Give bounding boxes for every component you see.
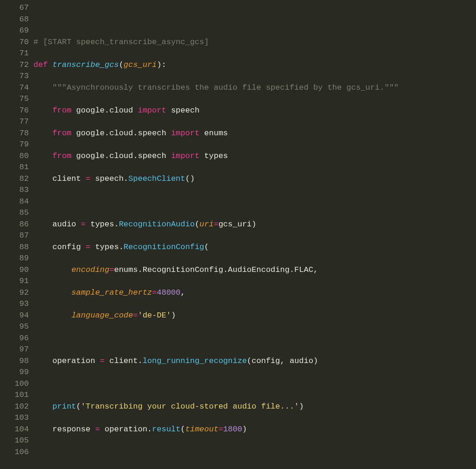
line-number: 98 (0, 356, 29, 367)
line-number: 79 (0, 139, 29, 151)
code-line: audio = types.RecognitionAudio(uri=gcs_u… (33, 219, 476, 231)
code-line (33, 378, 476, 390)
code-line: operation = client.long_running_recogniz… (33, 356, 476, 367)
line-number: 67 (0, 2, 29, 14)
line-number: 73 (0, 71, 29, 82)
line-number: 81 (0, 162, 29, 173)
line-number: 106 (0, 447, 29, 458)
code-line: from google.cloud.speech import types (33, 151, 476, 162)
line-number: 97 (0, 344, 29, 356)
line-number: 102 (0, 401, 29, 413)
line-number: 93 (0, 298, 29, 310)
code-line (33, 14, 476, 26)
code-line: from google.cloud.speech import enums (33, 128, 476, 139)
code-line (33, 333, 476, 344)
line-number: 99 (0, 367, 29, 378)
code-line: print('Transcribing your cloud-stored au… (33, 401, 476, 413)
line-number: 83 (0, 185, 29, 196)
code-line: """Asynchronously transcribes the audio … (33, 82, 476, 94)
line-number: 96 (0, 333, 29, 344)
line-number: 77 (0, 116, 29, 128)
line-number: 80 (0, 151, 29, 162)
code-line: # [START speech_transcribe_async_gcs] (33, 37, 476, 48)
line-number: 76 (0, 105, 29, 117)
code-line: client = speech.SpeechClient() (33, 173, 476, 185)
line-number: 103 (0, 412, 29, 424)
code-line: from google.cloud import speech (33, 105, 476, 117)
line-number: 105 (0, 435, 29, 447)
code-line: encoding=enums.RecognitionConfig.AudioEn… (33, 264, 476, 276)
code-line: response = operation.result(timeout=1800… (33, 424, 476, 436)
line-number: 94 (0, 310, 29, 322)
line-number: 78 (0, 128, 29, 139)
code-area[interactable]: # [START speech_transcribe_async_gcs] de… (33, 2, 476, 469)
line-number: 104 (0, 424, 29, 436)
line-number-gutter: 6768697071727374757677787980818283848586… (0, 2, 33, 469)
line-number: 74 (0, 82, 29, 94)
line-number: 86 (0, 219, 29, 231)
line-number: 68 (0, 14, 29, 26)
line-number: 100 (0, 378, 29, 390)
line-number: 70 (0, 37, 29, 48)
line-number: 92 (0, 287, 29, 299)
code-line: def transcribe_gcs(gcs_uri): (33, 59, 476, 71)
line-number: 88 (0, 242, 29, 253)
line-number: 91 (0, 276, 29, 287)
line-number: 101 (0, 390, 29, 401)
line-number: 89 (0, 253, 29, 264)
line-number: 85 (0, 207, 29, 219)
line-number: 84 (0, 196, 29, 208)
code-line: config = types.RecognitionConfig( (33, 242, 476, 253)
line-number: 95 (0, 321, 29, 333)
line-number: 82 (0, 173, 29, 185)
line-number: 90 (0, 264, 29, 276)
line-number: 71 (0, 48, 29, 59)
code-line: sample_rate_hertz=48000, (33, 287, 476, 299)
code-line: language_code='de-DE') (33, 310, 476, 322)
code-line (33, 196, 476, 208)
line-number: 87 (0, 230, 29, 242)
code-editor[interactable]: 6768697071727374757677787980818283848586… (0, 0, 476, 469)
line-number: 72 (0, 59, 29, 71)
line-number: 75 (0, 93, 29, 105)
line-number: 69 (0, 25, 29, 37)
code-line (33, 447, 476, 458)
